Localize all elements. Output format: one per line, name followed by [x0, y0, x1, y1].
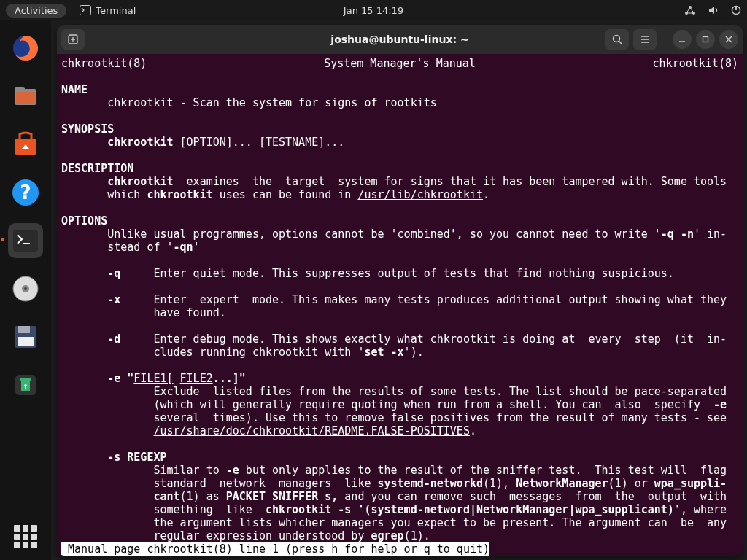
s-desc4a: something like: [153, 503, 266, 516]
s-desc4b: , where: [681, 503, 727, 516]
dock-software[interactable]: [8, 127, 43, 162]
d-desc1: Enter debug mode. This shows exactly wha…: [153, 332, 727, 346]
s-desc2b: (1),: [483, 477, 516, 490]
flag-q: -q: [107, 267, 120, 280]
dock-trash[interactable]: [8, 368, 43, 402]
s-nm: NetworkManager: [516, 477, 608, 490]
maximize-icon: [701, 35, 710, 44]
hamburger-icon: [639, 34, 651, 45]
d-setx: set -x: [364, 346, 403, 359]
section-name: NAME: [61, 83, 88, 96]
man-header-left: chkrootkit(8): [61, 57, 147, 70]
name-line: chkrootkit - Scan the system for signs o…: [107, 96, 437, 109]
dock-save[interactable]: [8, 319, 43, 354]
x-desc2: have found.: [153, 306, 225, 319]
svg-rect-8: [15, 87, 25, 91]
e-file1: FILE1[: [133, 372, 173, 385]
search-icon: [611, 34, 623, 45]
man-header-right: chkrootkit(8): [653, 57, 738, 70]
software-icon: [11, 130, 40, 159]
svg-text:?: ?: [20, 182, 31, 203]
d-desc3: ').: [404, 346, 424, 359]
opt-intro4: ': [193, 241, 200, 254]
s-sn: systemd-networkd: [377, 477, 483, 490]
titlebar: joshua@ubuntu-linux: ~: [57, 25, 743, 54]
trash-icon: [11, 370, 40, 400]
man-header-center: System Manager's Manual: [324, 57, 476, 70]
s-wp2: cant: [153, 490, 179, 503]
menu-button[interactable]: [633, 29, 657, 50]
firefox-icon: [11, 34, 40, 63]
e-desc2: (which will generally require quoting wh…: [153, 398, 713, 411]
section-description: DESCRIPTION: [61, 162, 133, 175]
desc-b2: chkrootkit: [147, 188, 212, 201]
s-desc6b: (1).: [404, 529, 430, 542]
syn-option: OPTION: [187, 136, 226, 149]
s-wp: wpa_suppli‐: [654, 477, 727, 490]
svg-rect-0: [80, 6, 91, 15]
disc-icon: [11, 274, 40, 303]
clock[interactable]: Jan 15 14:19: [344, 5, 403, 16]
terminal-app-icon: [11, 226, 40, 255]
desc-b1: chkrootkit: [107, 175, 173, 188]
close-button[interactable]: [719, 30, 738, 49]
q-desc: Enter quiet mode. This suppresses output…: [153, 267, 673, 280]
e-b: -e: [713, 398, 727, 411]
svg-rect-33: [703, 37, 708, 42]
section-synopsis: SYNOPSIS: [61, 122, 114, 136]
s-desc3b: and you can remove such messages from th…: [338, 490, 727, 503]
desc-t3: uses can be found in: [213, 188, 358, 201]
opt-qn1: -q -n: [661, 228, 694, 241]
activities-button[interactable]: Activities: [6, 4, 66, 18]
dock-disc[interactable]: [8, 271, 43, 306]
s-eg: egrep: [371, 529, 403, 542]
syn-testname: TESTNAME: [266, 136, 318, 149]
dock-files[interactable]: [8, 79, 43, 114]
opt-intro1: Unlike usual programmes, options cannot …: [107, 228, 661, 241]
search-button[interactable]: [605, 29, 629, 50]
e-path: /usr/share/doc/chkrootkit/README.FALSE-P…: [153, 424, 469, 438]
s-desc5: the argument lists whicher managers you …: [153, 516, 727, 529]
s-desc1b: but only applies to the result of the sn…: [239, 464, 727, 477]
volume-icon[interactable]: [708, 5, 719, 15]
top-panel: Activities Terminal Jan 15 14:19: [0, 0, 747, 20]
new-tab-button[interactable]: [61, 29, 85, 50]
section-options: OPTIONS: [61, 214, 107, 228]
dock: ?: [0, 20, 51, 560]
show-apps-button[interactable]: [14, 525, 37, 548]
maximize-button[interactable]: [696, 30, 715, 49]
e-desc1: Exclude listed files from the results of…: [153, 385, 727, 398]
dock-firefox[interactable]: [8, 31, 43, 66]
s-cmd: chkrootkit -s '(systemd-netword|NetworkM…: [266, 503, 681, 516]
s-desc3a: (1) as: [180, 490, 226, 503]
man-page-content[interactable]: chkrootkit(8)System Manager's Manualchkr…: [57, 54, 743, 556]
e-file2: FILE2: [180, 372, 213, 385]
svg-rect-23: [20, 378, 31, 381]
s-desc6a: regular expression understood by: [153, 529, 371, 542]
svg-point-18: [24, 287, 27, 290]
desc-u1: /usr/lib/chkrootkit: [357, 188, 483, 201]
flag-s: -s REGEXP: [107, 451, 166, 464]
svg-rect-9: [16, 92, 35, 104]
dock-terminal[interactable]: [8, 223, 43, 258]
desc-t2: which: [107, 188, 147, 201]
topbar-app-label: Terminal: [96, 5, 136, 16]
s-desc2a: standard network managers like: [153, 477, 377, 490]
svg-rect-13: [13, 230, 38, 252]
d-desc2: cludes running chkrootkit with ': [153, 346, 364, 359]
window-title: joshua@ubuntu-linux: ~: [330, 34, 468, 45]
opt-qn2: -qn: [174, 241, 193, 254]
new-tab-icon: [67, 34, 79, 45]
power-icon[interactable]: [731, 5, 741, 15]
terminal-icon: [80, 5, 91, 15]
topbar-active-app[interactable]: Terminal: [80, 5, 136, 16]
minimize-icon: [678, 35, 686, 44]
minimize-button[interactable]: [673, 30, 692, 49]
flag-x: -x: [107, 293, 120, 306]
opt-intro2: ' in‐: [694, 228, 727, 241]
dock-help[interactable]: ?: [8, 175, 43, 210]
desc-t1: examines the target system for signs tha…: [174, 175, 727, 188]
svg-rect-21: [18, 337, 34, 346]
network-icon[interactable]: [684, 5, 696, 15]
flag-e: -e ": [107, 372, 133, 385]
